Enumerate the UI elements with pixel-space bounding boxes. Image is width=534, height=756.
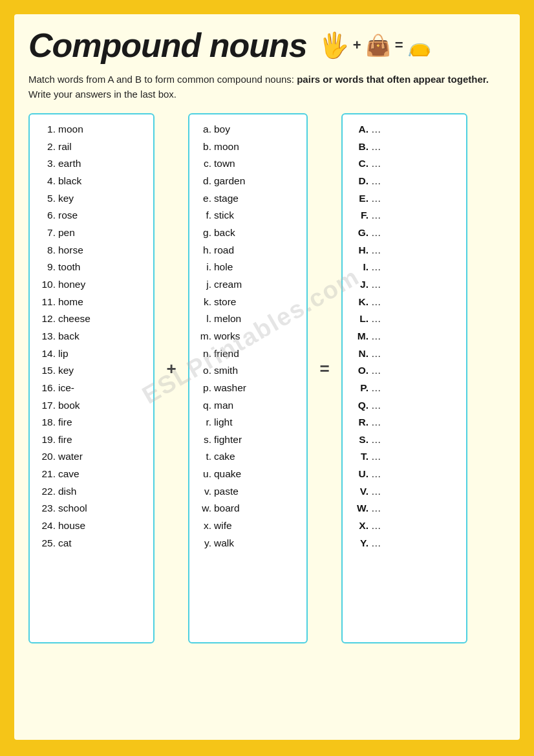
list-item: s.fighter	[197, 431, 299, 449]
list-item: K.…	[350, 294, 458, 311]
column-a-list: 1.moon2.rail3.earth4.black5.key6.rose7.p…	[37, 121, 145, 552]
list-item: N.…	[350, 345, 458, 363]
list-item: 20.water	[37, 448, 145, 466]
list-item: Q.…	[350, 397, 458, 415]
list-item: 18.fire	[37, 414, 145, 431]
list-item: P.…	[350, 380, 458, 397]
list-item: V.…	[350, 483, 458, 501]
instructions-bold: pairs or words that often appear togethe…	[297, 74, 489, 85]
list-item: 8.horse	[37, 242, 145, 259]
equals-operator: =	[315, 113, 334, 379]
list-item: O.…	[350, 362, 458, 380]
list-item: o.smith	[197, 362, 299, 380]
equals-icon: =	[395, 37, 403, 54]
list-item: w.board	[197, 500, 299, 517]
list-item: n.friend	[197, 345, 299, 363]
list-item: 1.moon	[37, 121, 145, 138]
list-item: g.back	[197, 224, 299, 242]
list-item: X.…	[350, 517, 458, 535]
list-item: 17.book	[37, 397, 145, 415]
list-item: E.…	[350, 190, 458, 208]
bag-icon: 👜	[365, 33, 391, 58]
list-item: 12.cheese	[37, 310, 145, 328]
list-item: 4.black	[37, 173, 145, 190]
hand-icon: 🖐	[319, 31, 349, 59]
equals-symbol: =	[319, 359, 329, 379]
list-item: G.…	[350, 224, 458, 242]
list-item: W.…	[350, 500, 458, 517]
list-item: u.quake	[197, 466, 299, 483]
column-a-box: 1.moon2.rail3.earth4.black5.key6.rose7.p…	[28, 113, 155, 643]
list-item: e.stage	[197, 190, 299, 208]
list-item: H.…	[350, 242, 458, 259]
list-item: 14.lip	[37, 345, 145, 363]
list-item: R.…	[350, 414, 458, 431]
instructions-line1: Match words from A and B to form common …	[28, 74, 294, 85]
list-item: D.…	[350, 173, 458, 190]
column-c-box: A.…B.…C.…D.…E.…F.…G.…H.…I.…J.…K.…L.…M.…N…	[341, 113, 467, 643]
list-item: 11.home	[37, 294, 145, 311]
list-item: 23.school	[37, 500, 145, 517]
list-item: B.…	[350, 138, 458, 156]
column-c-list: A.…B.…C.…D.…E.…F.…G.…H.…I.…J.…K.…L.…M.…N…	[350, 121, 458, 552]
list-item: j.cream	[197, 276, 299, 294]
instructions-line2: Write your answers in the last box.	[28, 89, 176, 100]
list-item: 5.key	[37, 190, 145, 208]
list-item: 21.cave	[37, 466, 145, 483]
list-item: c.town	[197, 155, 299, 173]
plus-symbol: +	[166, 359, 176, 379]
columns-area: 1.moon2.rail3.earth4.black5.key6.rose7.p…	[28, 113, 506, 643]
list-item: U.…	[350, 466, 458, 483]
list-item: 22.dish	[37, 483, 145, 501]
list-item: 3.earth	[37, 155, 145, 173]
list-item: y.walk	[197, 535, 299, 552]
list-item: b.moon	[197, 138, 299, 156]
list-item: I.…	[350, 259, 458, 276]
list-item: 7.pen	[37, 224, 145, 242]
column-b-box: a.boyb.moonc.townd.gardene.stagef.stickg…	[188, 113, 308, 643]
plus-operator: +	[162, 113, 180, 379]
list-item: 6.rose	[37, 207, 145, 224]
list-item: q.man	[197, 397, 299, 415]
list-item: p.washer	[197, 380, 299, 397]
instructions: Match words from A and B to form common …	[28, 72, 494, 102]
list-item: Y.…	[350, 535, 458, 552]
list-item: t.cake	[197, 448, 299, 466]
list-item: L.…	[350, 310, 458, 328]
title-icons: 🖐 + 👜 = 👝	[319, 31, 431, 59]
column-b-list: a.boyb.moonc.townd.gardene.stagef.stickg…	[197, 121, 299, 552]
list-item: r.light	[197, 414, 299, 431]
list-item: l.melon	[197, 310, 299, 328]
handbag-icon: 👝	[407, 34, 431, 57]
list-item: x.wife	[197, 517, 299, 535]
list-item: 25.cat	[37, 535, 145, 552]
list-item: m.works	[197, 328, 299, 345]
list-item: J.…	[350, 276, 458, 294]
list-item: F.…	[350, 207, 458, 224]
title-area: Compound nouns 🖐 + 👜 = 👝	[28, 26, 506, 65]
list-item: S.…	[350, 431, 458, 449]
list-item: T.…	[350, 448, 458, 466]
plus-icon: +	[353, 37, 361, 54]
list-item: h.road	[197, 242, 299, 259]
list-item: 13.back	[37, 328, 145, 345]
list-item: i.hole	[197, 259, 299, 276]
list-item: M.…	[350, 328, 458, 345]
list-item: 15.key	[37, 362, 145, 380]
list-item: a.boy	[197, 121, 299, 138]
list-item: f.stick	[197, 207, 299, 224]
list-item: 2.rail	[37, 138, 145, 156]
list-item: 10.honey	[37, 276, 145, 294]
list-item: 9.tooth	[37, 259, 145, 276]
list-item: d.garden	[197, 173, 299, 190]
list-item: A.…	[350, 121, 458, 138]
list-item: v.paste	[197, 483, 299, 501]
list-item: C.…	[350, 155, 458, 173]
page-title: Compound nouns	[28, 26, 307, 65]
list-item: 16.ice-	[37, 380, 145, 397]
list-item: k.store	[197, 294, 299, 311]
list-item: 19.fire	[37, 431, 145, 449]
list-item: 24.house	[37, 517, 145, 535]
